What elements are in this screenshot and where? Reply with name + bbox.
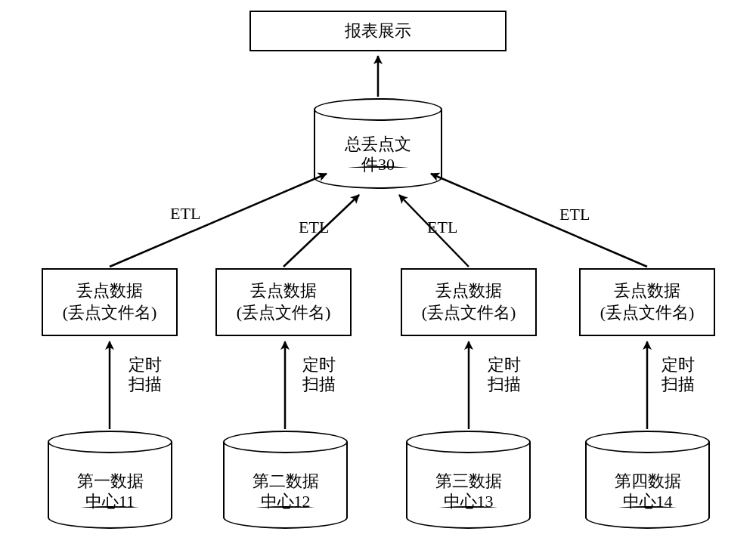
etl-label-3: ETL — [427, 218, 457, 237]
total-file-line2: 件30 — [361, 154, 395, 175]
report-display-box: 报表展示 — [249, 11, 507, 51]
drop-data-1-l1: 丢点数据 — [76, 280, 143, 302]
data-center-4: 第四数据 中心14 — [585, 431, 710, 529]
total-file-line1: 总丢点文 — [345, 134, 411, 155]
etl-label-2: ETL — [299, 218, 329, 237]
drop-data-1-l2: (丢点文件名) — [63, 302, 157, 324]
diagram-canvas: 报表展示 总丢点文 件30 ETL ETL ETL ETL 丢点数据 (丢点文件… — [0, 0, 756, 553]
drop-data-2-l2: (丢点文件名) — [237, 302, 331, 324]
etl-label-1: ETL — [170, 204, 200, 224]
drop-data-4-l1: 丢点数据 — [614, 280, 680, 302]
scan-label-1: 定时 扫描 — [129, 355, 162, 395]
report-display-label: 报表展示 — [345, 20, 411, 42]
data-center-3: 第三数据 中心13 — [406, 431, 531, 529]
drop-data-box-4: 丢点数据 (丢点文件名) — [579, 268, 715, 336]
drop-data-4-l2: (丢点文件名) — [600, 302, 695, 324]
drop-data-box-3: 丢点数据 (丢点文件名) — [401, 268, 537, 336]
scan-label-3: 定时 扫描 — [488, 355, 521, 395]
scan-label-2: 定时 扫描 — [302, 355, 336, 395]
drop-data-box-2: 丢点数据 (丢点文件名) — [215, 268, 352, 336]
drop-data-3-l2: (丢点文件名) — [422, 302, 516, 324]
drop-data-2-l1: 丢点数据 — [250, 280, 317, 302]
data-center-1: 第一数据 中心11 — [48, 431, 172, 529]
data-center-2: 第二数据 中心12 — [223, 431, 348, 529]
svg-line-1 — [110, 174, 327, 267]
drop-data-box-1: 丢点数据 (丢点文件名) — [42, 268, 178, 336]
scan-label-4: 定时 扫描 — [662, 355, 695, 395]
etl-label-4: ETL — [559, 205, 590, 224]
drop-data-3-l1: 丢点数据 — [435, 280, 502, 302]
svg-line-4 — [431, 174, 647, 267]
total-drop-file-cylinder: 总丢点文 件30 — [314, 98, 442, 189]
